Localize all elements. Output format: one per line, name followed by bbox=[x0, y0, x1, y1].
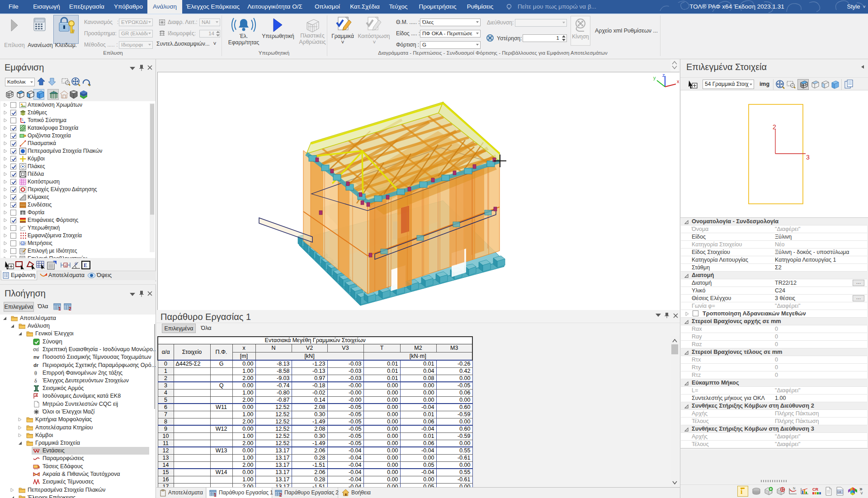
svg-text:1: 1 bbox=[54, 261, 56, 265]
svg-text:1: 1 bbox=[58, 306, 61, 311]
svg-text:σε: σε bbox=[33, 347, 38, 352]
svg-text:1: 1 bbox=[22, 118, 24, 121]
svg-text:d: d bbox=[22, 242, 24, 246]
svg-text:z: z bbox=[662, 72, 665, 78]
svg-text:dr: dr bbox=[33, 362, 39, 368]
svg-text:ψ: ψ bbox=[75, 261, 78, 266]
svg-text:CR: CR bbox=[812, 487, 818, 492]
svg-text:d: d bbox=[65, 263, 67, 268]
svg-text:θ: θ bbox=[34, 370, 37, 376]
svg-text:δ: δ bbox=[34, 378, 37, 384]
svg-text:N: N bbox=[793, 487, 795, 490]
svg-text:y: y bbox=[653, 75, 656, 80]
svg-text:2: 2 bbox=[69, 306, 71, 311]
svg-text:x: x bbox=[677, 79, 679, 84]
svg-text:2: 2 bbox=[773, 123, 776, 131]
svg-text:nv: nv bbox=[33, 354, 40, 360]
svg-text:1: 1 bbox=[214, 493, 217, 497]
svg-text:ΩΕ: ΩΕ bbox=[838, 490, 842, 493]
svg-text:2: 2 bbox=[279, 493, 282, 497]
svg-text:3: 3 bbox=[806, 154, 810, 161]
svg-text:E: E bbox=[84, 262, 87, 268]
